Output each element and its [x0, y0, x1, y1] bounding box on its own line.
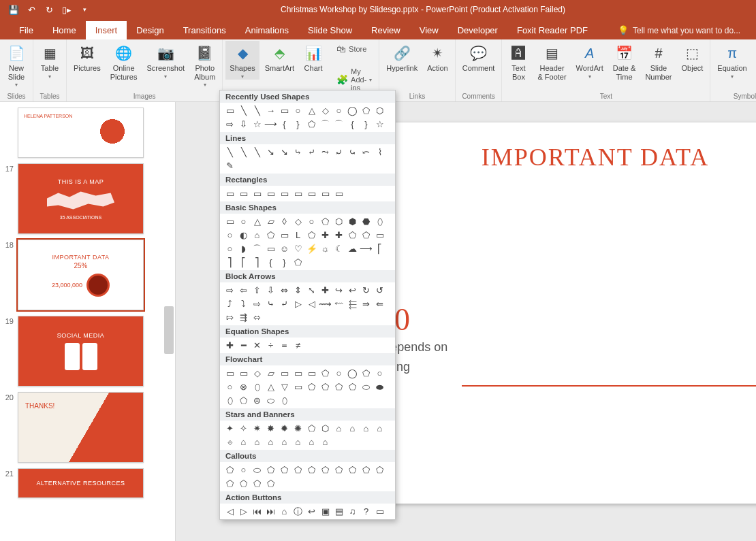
slide-thumb-16[interactable]: HELENA PATTERSON [18, 108, 144, 158]
shape-option[interactable]: ⬠ [306, 118, 317, 130]
object-button[interactable]: ⬚ Object [678, 41, 708, 73]
shape-option[interactable]: ⬠ [319, 367, 331, 379]
shape-option[interactable]: ⎤ [251, 257, 263, 268]
shape-option[interactable]: ✚ [319, 229, 331, 241]
shape-option[interactable]: ╲ [238, 146, 249, 158]
shape-option[interactable]: ⤺ [360, 146, 372, 158]
shape-option[interactable]: ▭ [306, 188, 317, 199]
shape-option[interactable]: ⎡ [238, 257, 249, 268]
shape-option[interactable]: ◐ [238, 229, 249, 241]
shape-option[interactable]: ⇦ [238, 284, 249, 296]
shape-option[interactable]: ╲ [251, 146, 263, 158]
shape-option[interactable]: ━ [238, 340, 249, 351]
shape-option[interactable]: ⟐ [224, 436, 236, 448]
shapes-button[interactable]: ◆ Shapes ▾ [225, 41, 259, 80]
shape-option[interactable]: ✚ [319, 284, 331, 296]
shape-option[interactable]: ⤡ [306, 284, 317, 296]
slide-number-button[interactable]: # Slide Number [641, 41, 676, 81]
shape-option[interactable]: ▭ [279, 229, 290, 241]
tab-view[interactable]: View [410, 21, 448, 39]
shape-option[interactable]: ⬠ [238, 478, 249, 489]
action-button[interactable]: ✴ Action [423, 41, 452, 73]
shape-option[interactable]: ＝ [279, 340, 290, 351]
shape-option[interactable]: ⌂ [238, 436, 249, 448]
shape-option[interactable]: ⬭ [251, 464, 263, 476]
comment-button[interactable]: 💬 Comment [458, 41, 499, 73]
shape-option[interactable]: ⌂ [333, 423, 345, 434]
shape-option[interactable]: ⌂ [279, 436, 290, 448]
shape-option[interactable]: ✕ [251, 340, 263, 351]
shape-option[interactable]: ◇ [292, 216, 304, 227]
slide-thumb-19[interactable]: SOCIAL MEDIA [18, 316, 144, 387]
shape-option[interactable]: ☆ [374, 118, 385, 130]
shape-option[interactable]: ⇶ [238, 312, 249, 323]
shape-option[interactable]: ◊ [279, 216, 290, 227]
shape-option[interactable]: ⤳ [319, 146, 331, 158]
shape-option[interactable]: ⌂ [251, 436, 263, 448]
shape-option[interactable]: ○ [238, 216, 249, 227]
shape-option[interactable]: △ [306, 105, 317, 116]
shape-option[interactable]: ✸ [265, 423, 277, 434]
shape-option[interactable]: ▭ [292, 381, 304, 393]
shape-option[interactable]: ♡ [292, 243, 304, 255]
shape-option[interactable]: ⌂ [292, 436, 304, 448]
shape-option[interactable]: ⇕ [292, 284, 304, 296]
shape-option[interactable]: ⬠ [319, 464, 331, 476]
start-from-beginning-icon[interactable]: ▯▸ [61, 4, 72, 15]
shape-option[interactable]: ⌒ [319, 118, 331, 130]
shape-option[interactable]: ⬠ [306, 464, 317, 476]
shape-option[interactable]: ▭ [306, 367, 317, 379]
shape-option[interactable]: ▤ [333, 506, 345, 517]
shape-option[interactable]: ⤶ [306, 146, 317, 158]
shape-option[interactable]: ↻ [360, 284, 372, 296]
shape-option[interactable]: △ [251, 216, 263, 227]
table-button[interactable]: ▦ Table ▾ [36, 41, 63, 80]
shape-option[interactable]: L [292, 229, 304, 241]
tab-home[interactable]: Home [43, 21, 86, 39]
shape-option[interactable]: ▭ [224, 188, 236, 199]
shape-option[interactable]: ⬯ [279, 395, 290, 406]
tab-review[interactable]: Review [362, 21, 410, 39]
shape-option[interactable]: ▭ [333, 188, 345, 199]
shape-option[interactable]: ⬠ [265, 464, 277, 476]
shape-option[interactable]: ▭ [224, 105, 236, 116]
shape-option[interactable]: ⤴ [224, 298, 236, 310]
shape-option[interactable]: ⬭ [265, 395, 277, 406]
wordart-button[interactable]: A WordArt ▾ [572, 41, 608, 80]
shape-option[interactable]: ▭ [251, 188, 263, 199]
screenshot-button[interactable]: 📷 Screenshot ▾ [143, 41, 189, 80]
tab-design[interactable]: Design [127, 21, 173, 39]
shape-option[interactable]: ▭ [265, 243, 277, 255]
shape-option[interactable]: ⇧ [251, 284, 263, 296]
shape-option[interactable]: ⟶ [360, 243, 372, 255]
shape-option[interactable]: ▭ [279, 105, 290, 116]
shape-option[interactable]: ☁ [347, 243, 358, 255]
shape-option[interactable]: ⇔ [279, 284, 290, 296]
shape-option[interactable]: ⎤ [224, 257, 236, 268]
shape-option[interactable]: ▭ [238, 367, 249, 379]
symbol-button[interactable]: Ω Syr [753, 41, 756, 73]
shape-option[interactable]: ○ [333, 105, 345, 116]
photo-album-button[interactable]: 📓 Photo Album ▾ [190, 41, 219, 88]
shape-option[interactable]: ⌒ [333, 118, 345, 130]
tab-developer[interactable]: Developer [448, 21, 507, 39]
save-icon[interactable]: 💾 [8, 4, 19, 15]
shape-option[interactable]: ▭ [224, 216, 236, 227]
shape-option[interactable]: ⬠ [306, 423, 317, 434]
shape-option[interactable]: { [347, 118, 358, 130]
shape-option[interactable]: ▣ [319, 506, 331, 517]
shape-option[interactable]: ⬠ [319, 216, 331, 227]
textbox-button[interactable]: 🅰 Text Box [505, 41, 532, 81]
new-slide-button[interactable]: 📄 New Slide ▾ [3, 41, 30, 88]
shape-option[interactable]: ⬠ [347, 381, 358, 393]
shape-option[interactable]: ⌂ [347, 423, 358, 434]
shape-option[interactable]: ⏭ [265, 506, 277, 517]
redo-icon[interactable]: ↻ [44, 4, 54, 15]
shapes-gallery-dropdown[interactable]: Recently Used Shapes ▭╲╲→▭○△◇○◯⬠⬡⇨⇩☆⟶{}⬠… [219, 90, 396, 520]
shape-option[interactable]: ⟶ [265, 118, 277, 130]
shape-option[interactable]: { [279, 118, 290, 130]
shape-option[interactable]: ▭ [279, 367, 290, 379]
shape-option[interactable]: ⬠ [306, 229, 317, 241]
shape-option[interactable]: ⚡ [306, 243, 317, 255]
shape-option[interactable]: } [360, 118, 372, 130]
